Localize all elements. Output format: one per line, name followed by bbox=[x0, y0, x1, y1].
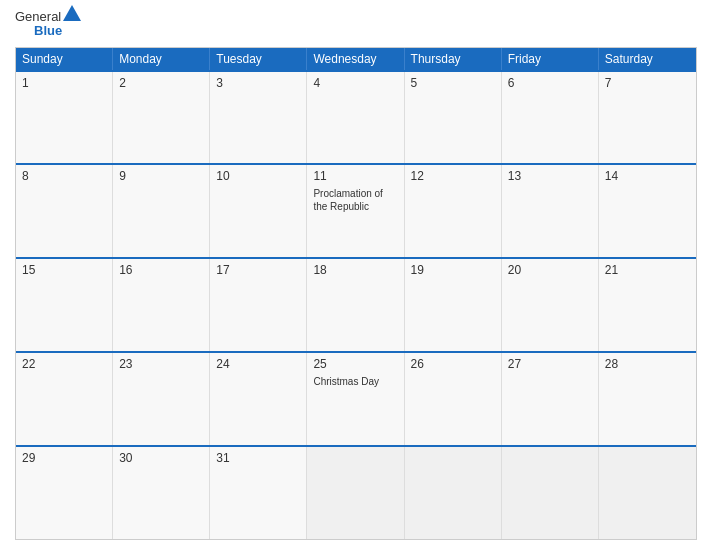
day-cell: 2 bbox=[113, 72, 210, 164]
day-cell: 1 bbox=[16, 72, 113, 164]
day-cell: 26 bbox=[405, 353, 502, 445]
day-number: 20 bbox=[508, 263, 592, 277]
day-number: 27 bbox=[508, 357, 592, 371]
day-headers: SundayMondayTuesdayWednesdayThursdayFrid… bbox=[16, 48, 696, 70]
day-cell: 15 bbox=[16, 259, 113, 351]
event-text: Proclamation of the Republic bbox=[313, 187, 397, 213]
day-cell: 29 bbox=[16, 447, 113, 539]
day-cell: 8 bbox=[16, 165, 113, 257]
day-number: 29 bbox=[22, 451, 106, 465]
day-number: 7 bbox=[605, 76, 690, 90]
day-cell bbox=[307, 447, 404, 539]
day-number: 18 bbox=[313, 263, 397, 277]
day-number: 5 bbox=[411, 76, 495, 90]
day-cell: 14 bbox=[599, 165, 696, 257]
calendar-page: General Blue SundayMondayTuesdayWednesda… bbox=[0, 0, 712, 550]
day-cell: 7 bbox=[599, 72, 696, 164]
weeks: 1234567891011Proclamation of the Republi… bbox=[16, 70, 696, 539]
day-header-saturday: Saturday bbox=[599, 48, 696, 70]
day-header-wednesday: Wednesday bbox=[307, 48, 404, 70]
day-cell: 3 bbox=[210, 72, 307, 164]
day-number: 9 bbox=[119, 169, 203, 183]
day-number: 28 bbox=[605, 357, 690, 371]
header: General Blue bbox=[15, 10, 697, 39]
day-number: 23 bbox=[119, 357, 203, 371]
day-number: 24 bbox=[216, 357, 300, 371]
day-cell: 12 bbox=[405, 165, 502, 257]
day-number: 11 bbox=[313, 169, 397, 183]
day-number: 26 bbox=[411, 357, 495, 371]
day-cell: 5 bbox=[405, 72, 502, 164]
day-cell: 13 bbox=[502, 165, 599, 257]
day-header-sunday: Sunday bbox=[16, 48, 113, 70]
day-cell: 17 bbox=[210, 259, 307, 351]
logo-general: General bbox=[15, 10, 61, 24]
logo-triangle-icon bbox=[63, 5, 81, 21]
week-row-5: 293031 bbox=[16, 445, 696, 539]
day-number: 15 bbox=[22, 263, 106, 277]
day-cell: 28 bbox=[599, 353, 696, 445]
day-cell: 19 bbox=[405, 259, 502, 351]
day-number: 1 bbox=[22, 76, 106, 90]
day-number: 3 bbox=[216, 76, 300, 90]
day-cell: 30 bbox=[113, 447, 210, 539]
day-cell: 21 bbox=[599, 259, 696, 351]
day-cell: 20 bbox=[502, 259, 599, 351]
day-number: 19 bbox=[411, 263, 495, 277]
day-cell: 4 bbox=[307, 72, 404, 164]
day-cell: 27 bbox=[502, 353, 599, 445]
day-number: 22 bbox=[22, 357, 106, 371]
day-cell: 22 bbox=[16, 353, 113, 445]
day-cell: 6 bbox=[502, 72, 599, 164]
day-number: 4 bbox=[313, 76, 397, 90]
day-number: 14 bbox=[605, 169, 690, 183]
week-row-3: 15161718192021 bbox=[16, 257, 696, 351]
logo-blue: Blue bbox=[34, 24, 62, 38]
day-number: 16 bbox=[119, 263, 203, 277]
day-number: 13 bbox=[508, 169, 592, 183]
day-number: 21 bbox=[605, 263, 690, 277]
day-cell: 16 bbox=[113, 259, 210, 351]
day-number: 2 bbox=[119, 76, 203, 90]
day-cell bbox=[405, 447, 502, 539]
day-cell: 23 bbox=[113, 353, 210, 445]
week-row-1: 1234567 bbox=[16, 70, 696, 164]
week-row-2: 891011Proclamation of the Republic121314 bbox=[16, 163, 696, 257]
day-cell bbox=[599, 447, 696, 539]
day-cell: 9 bbox=[113, 165, 210, 257]
calendar: SundayMondayTuesdayWednesdayThursdayFrid… bbox=[15, 47, 697, 540]
day-number: 17 bbox=[216, 263, 300, 277]
day-number: 8 bbox=[22, 169, 106, 183]
logo: General Blue bbox=[15, 10, 81, 39]
day-number: 6 bbox=[508, 76, 592, 90]
day-cell: 18 bbox=[307, 259, 404, 351]
day-cell: 10 bbox=[210, 165, 307, 257]
day-number: 12 bbox=[411, 169, 495, 183]
day-header-friday: Friday bbox=[502, 48, 599, 70]
day-number: 31 bbox=[216, 451, 300, 465]
day-cell: 11Proclamation of the Republic bbox=[307, 165, 404, 257]
event-text: Christmas Day bbox=[313, 375, 397, 388]
day-header-thursday: Thursday bbox=[405, 48, 502, 70]
day-header-monday: Monday bbox=[113, 48, 210, 70]
day-header-tuesday: Tuesday bbox=[210, 48, 307, 70]
day-cell: 31 bbox=[210, 447, 307, 539]
day-cell: 25Christmas Day bbox=[307, 353, 404, 445]
day-cell: 24 bbox=[210, 353, 307, 445]
day-number: 30 bbox=[119, 451, 203, 465]
day-cell bbox=[502, 447, 599, 539]
day-number: 10 bbox=[216, 169, 300, 183]
day-number: 25 bbox=[313, 357, 397, 371]
week-row-4: 22232425Christmas Day262728 bbox=[16, 351, 696, 445]
